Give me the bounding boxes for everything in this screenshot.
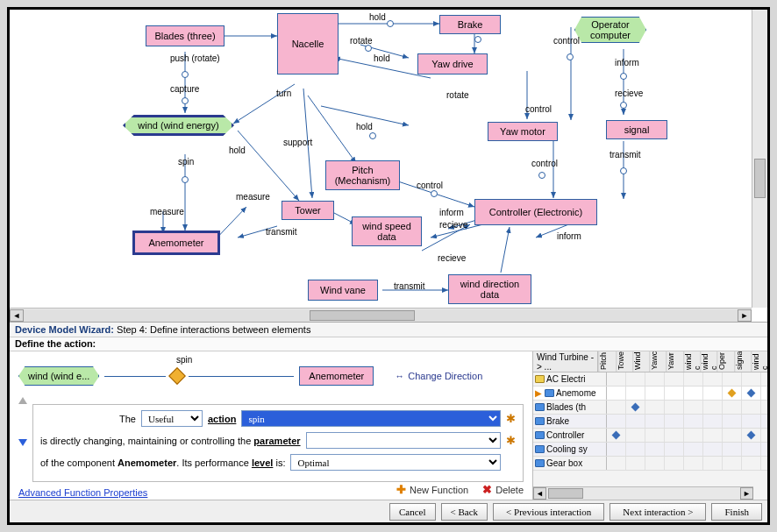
scroll-left-arrow[interactable]: ◄ <box>10 309 24 322</box>
matrix-col[interactable]: Yawc <box>649 351 666 372</box>
node-windspeed[interactable]: wind speed data <box>352 216 422 246</box>
edge-hold3: hold <box>229 145 246 155</box>
move-up-icon[interactable] <box>18 397 27 404</box>
cancel-button[interactable]: Cancel <box>389 503 436 521</box>
connector-dot <box>620 167 627 174</box>
required-star-icon: ✱ <box>506 412 516 425</box>
action-select[interactable]: spin <box>241 410 501 427</box>
matrix-row[interactable]: Cooling sy <box>533 443 767 457</box>
svg-line-17 <box>308 96 356 163</box>
matrix-breadcrumb[interactable]: Wind Turbine -> ... <box>533 351 598 372</box>
edge-hold1: hold <box>369 12 386 22</box>
matrix-horizontal-scrollbar[interactable]: ◄ ► <box>533 486 753 500</box>
interaction-matrix: Wind Turbine -> ... Pitch Towe Wind Yawc… <box>532 351 767 500</box>
row-icon <box>535 445 545 453</box>
node-operator[interactable]: Operator computer <box>571 15 650 45</box>
node-pitch[interactable]: Pitch (Mechanism) <box>325 160 400 190</box>
scrollbar-thumb[interactable] <box>548 488 583 499</box>
app-frame: Blades (three) Nacelle Brake Operator co… <box>7 7 770 525</box>
finish-button[interactable]: Finish <box>711 503 762 521</box>
edge-control2: control <box>525 104 552 114</box>
node-nacelle[interactable]: Nacelle <box>277 13 339 74</box>
edge-hold2: hold <box>374 53 390 63</box>
wizard-title-bar: Device Model Wizard: Step 4: Define inte… <box>10 322 767 337</box>
node-controller[interactable]: Controller (Electronic) <box>474 199 597 225</box>
level-sentence: of the component Anemometer. Its perform… <box>40 458 285 468</box>
edge-measure1: measure <box>150 207 184 216</box>
edge-spin: spin <box>178 157 194 167</box>
matrix-header: Wind Turbine -> ... Pitch Towe Wind Yawc… <box>533 351 767 372</box>
edge-control3: control <box>531 159 558 168</box>
edge-capture: capture <box>170 84 199 94</box>
node-yawmotor[interactable]: Yaw motor <box>488 122 558 141</box>
node-winddir[interactable]: wind direction data <box>448 274 531 304</box>
matrix-col[interactable]: Towe <box>616 351 632 372</box>
x-icon: ✖ <box>482 483 492 496</box>
previous-interaction-button[interactable]: < Previous interaction <box>493 503 604 521</box>
interaction-preview: spin wind (wind e... Anemometer ↔Change … <box>18 358 524 394</box>
node-brake[interactable]: Brake <box>439 15 501 34</box>
matrix-row[interactable]: ▶Anemome <box>533 387 767 401</box>
node-signal[interactable]: signal <box>606 120 667 139</box>
scrollbar-thumb[interactable] <box>754 159 766 198</box>
new-function-button[interactable]: ✚New Function <box>396 483 468 496</box>
matrix-col[interactable]: Yawr <box>666 351 682 372</box>
edge-transmit1: transmit <box>609 150 641 160</box>
matrix-col[interactable]: Pitch <box>598 351 615 372</box>
plus-icon: ✚ <box>396 483 406 496</box>
advanced-properties-link[interactable]: Advanced Function Properties <box>18 487 147 498</box>
matrix-row[interactable]: Blades (th <box>533 401 767 415</box>
matrix-col[interactable]: signa <box>734 351 751 372</box>
matrix-row[interactable]: Controller <box>533 429 767 443</box>
wizard-button-bar: Cancel < Back < Previous interaction Nex… <box>10 500 767 522</box>
diagram-horizontal-scrollbar[interactable]: ◄ ► <box>10 308 752 322</box>
delete-function-button[interactable]: ✖Delete <box>482 483 524 496</box>
matrix-col[interactable]: wind c <box>700 351 716 372</box>
preview-target-node[interactable]: Anemometer <box>299 366 374 386</box>
scrollbar-thumb[interactable] <box>310 310 415 321</box>
level-select[interactable]: Optimal <box>290 454 501 471</box>
connector-dot <box>182 97 189 104</box>
connector-dot <box>365 45 372 52</box>
edge-transmit2: transmit <box>266 227 297 237</box>
edge-push: push (rotate) <box>170 53 220 63</box>
node-windvane[interactable]: Wind vane <box>308 280 378 301</box>
change-direction-button[interactable]: ↔Change Direction <box>395 371 482 381</box>
node-tower[interactable]: Tower <box>282 201 334 220</box>
scroll-right-arrow[interactable]: ► <box>740 487 753 500</box>
scroll-right-arrow[interactable]: ► <box>738 309 752 322</box>
move-down-icon[interactable] <box>18 439 27 446</box>
matrix-col[interactable]: Wind <box>632 351 649 372</box>
matrix-col[interactable]: wind c <box>683 351 700 372</box>
connector-dot <box>567 53 574 60</box>
matrix-row[interactable]: Brake <box>533 415 767 429</box>
connector-dot <box>538 172 545 179</box>
matrix-row[interactable]: Gear box <box>533 457 767 471</box>
scrollbar-track[interactable] <box>24 309 738 322</box>
node-yawdrive[interactable]: Yaw drive <box>417 53 488 74</box>
diagram-vertical-scrollbar[interactable] <box>752 10 767 308</box>
next-interaction-button[interactable]: Next interaction > <box>609 503 706 521</box>
matrix-col[interactable]: Oper <box>716 351 733 372</box>
action-form: The Useful action spin ✱ is directly cha… <box>32 404 524 482</box>
scroll-left-arrow[interactable]: ◄ <box>533 487 546 500</box>
diagram-canvas[interactable]: Blades (three) Nacelle Brake Operator co… <box>10 10 752 308</box>
edge-measure2: measure <box>236 192 270 202</box>
matrix-col[interactable]: wind c <box>751 351 767 372</box>
matrix-row[interactable]: AC Electri <box>533 372 767 387</box>
edge-recieve2: recieve <box>439 220 467 230</box>
usefulness-select[interactable]: Useful <box>141 410 203 427</box>
the-label: The <box>119 414 136 424</box>
wizard-step: Step 4: Define interactions between elem… <box>117 324 310 335</box>
edge-control1: control <box>553 36 580 46</box>
edge-rotate2: rotate <box>446 90 469 100</box>
node-anemometer[interactable]: Anemometer <box>132 231 220 255</box>
node-wind[interactable]: wind (wind energy) <box>119 113 238 138</box>
row-icon <box>535 417 545 425</box>
back-button[interactable]: < Back <box>441 503 488 521</box>
node-blades[interactable]: Blades (three) <box>146 25 225 46</box>
row-icon <box>535 459 545 467</box>
preview-source-node[interactable]: wind (wind e... <box>18 366 99 386</box>
connector-dot <box>620 102 627 109</box>
parameter-select[interactable] <box>306 432 501 449</box>
